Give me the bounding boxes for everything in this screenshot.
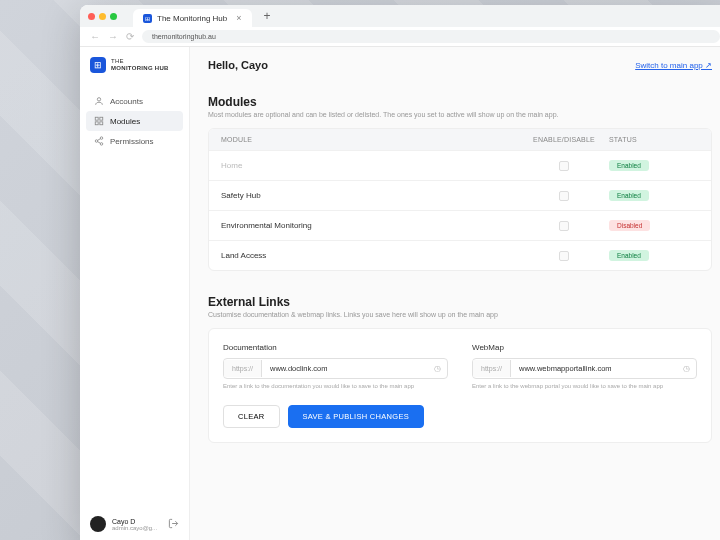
maximize-window-icon[interactable] bbox=[110, 13, 117, 20]
doc-helper: Enter a link to the documentation you wo… bbox=[223, 383, 448, 389]
sidebar-footer: Cayo D admin.cayo@g... bbox=[80, 508, 189, 540]
window-controls[interactable] bbox=[88, 13, 117, 20]
table-header: MODULE ENABLE/DISABLE STATUS bbox=[209, 129, 711, 150]
logo: ⊞ THE MONITORING HUB bbox=[80, 57, 189, 87]
table-row: Land AccessEnabled bbox=[209, 240, 711, 270]
new-tab-button[interactable]: + bbox=[258, 9, 277, 23]
back-icon[interactable]: ← bbox=[90, 31, 100, 42]
enable-cell bbox=[519, 161, 609, 171]
sidebar: ⊞ THE MONITORING HUB Accounts M bbox=[80, 47, 190, 540]
reload-icon[interactable]: ⟳ bbox=[126, 31, 134, 42]
col-enable: ENABLE/DISABLE bbox=[519, 136, 609, 143]
switch-app-link[interactable]: Switch to main app ↗ bbox=[635, 61, 712, 70]
status-badge: Disabled bbox=[609, 220, 650, 231]
clock-icon[interactable]: ◷ bbox=[428, 364, 447, 373]
modules-table: MODULE ENABLE/DISABLE STATUS HomeEnabled… bbox=[208, 128, 712, 271]
webmap-label: WebMap bbox=[472, 343, 697, 352]
header-row: Hello, Cayo Switch to main app ↗ bbox=[208, 59, 712, 71]
col-status: STATUS bbox=[609, 136, 699, 143]
user-icon bbox=[94, 96, 104, 106]
logo-icon: ⊞ bbox=[90, 57, 106, 73]
logo-text: THE MONITORING HUB bbox=[111, 58, 169, 72]
module-name: Home bbox=[221, 161, 519, 170]
clear-button[interactable]: CLEAR bbox=[223, 405, 280, 428]
favicon-icon: ⊞ bbox=[143, 14, 152, 23]
doc-input[interactable] bbox=[262, 359, 428, 378]
sidebar-item-accounts[interactable]: Accounts bbox=[86, 91, 183, 111]
checkbox[interactable] bbox=[559, 251, 569, 261]
status-cell: Enabled bbox=[609, 160, 699, 171]
browser-window: ⊞ The Monitoring Hub × + ← → ⟳ themonito… bbox=[80, 5, 720, 540]
user-info: Cayo D admin.cayo@g... bbox=[112, 518, 162, 531]
close-tab-icon[interactable]: × bbox=[236, 13, 241, 23]
module-name: Land Access bbox=[221, 251, 519, 260]
doc-input-wrap: https:// ◷ bbox=[223, 358, 448, 379]
status-cell: Enabled bbox=[609, 190, 699, 201]
svg-line-9 bbox=[98, 142, 101, 144]
checkbox[interactable] bbox=[559, 221, 569, 231]
forward-icon[interactable]: → bbox=[108, 31, 118, 42]
close-window-icon[interactable] bbox=[88, 13, 95, 20]
webmap-input[interactable] bbox=[511, 359, 677, 378]
url-bar: ← → ⟳ themonitoringhub.au bbox=[80, 27, 720, 47]
browser-tab[interactable]: ⊞ The Monitoring Hub × bbox=[133, 9, 252, 27]
status-badge: Enabled bbox=[609, 160, 649, 171]
svg-line-8 bbox=[98, 139, 101, 141]
svg-rect-3 bbox=[95, 122, 98, 125]
address-bar[interactable]: themonitoringhub.au bbox=[142, 30, 720, 43]
avatar[interactable] bbox=[90, 516, 106, 532]
external-title: External Links bbox=[208, 295, 712, 309]
svg-point-7 bbox=[100, 143, 103, 146]
status-cell: Enabled bbox=[609, 250, 699, 261]
table-row: Safety HubEnabled bbox=[209, 180, 711, 210]
table-row: Environmental MonitoringDisabled bbox=[209, 210, 711, 240]
sidebar-item-label: Permissions bbox=[110, 137, 154, 146]
webmap-protocol: https:// bbox=[473, 360, 511, 377]
enable-cell bbox=[519, 251, 609, 261]
checkbox[interactable] bbox=[559, 191, 569, 201]
clock-icon[interactable]: ◷ bbox=[677, 364, 696, 373]
share-icon bbox=[94, 136, 104, 146]
svg-point-0 bbox=[97, 98, 100, 101]
tab-bar: ⊞ The Monitoring Hub × + bbox=[80, 5, 720, 27]
grid-icon bbox=[94, 116, 104, 126]
doc-column: Documentation https:// ◷ Enter a link to… bbox=[223, 343, 448, 389]
tab-title: The Monitoring Hub bbox=[157, 14, 227, 23]
modules-title: Modules bbox=[208, 95, 712, 109]
sidebar-item-permissions[interactable]: Permissions bbox=[86, 131, 183, 151]
logout-icon[interactable] bbox=[168, 518, 179, 531]
modules-subtitle: Most modules are optional and can be lis… bbox=[208, 111, 712, 118]
svg-point-5 bbox=[100, 137, 103, 140]
col-module: MODULE bbox=[221, 136, 519, 143]
button-row: CLEAR SAVE & PUBLISH CHANGES bbox=[223, 405, 697, 428]
status-badge: Enabled bbox=[609, 250, 649, 261]
svg-rect-2 bbox=[100, 117, 103, 120]
webmap-input-wrap: https:// ◷ bbox=[472, 358, 697, 379]
save-publish-button[interactable]: SAVE & PUBLISH CHANGES bbox=[288, 405, 425, 428]
sidebar-item-label: Accounts bbox=[110, 97, 143, 106]
sidebar-item-label: Modules bbox=[110, 117, 140, 126]
checkbox[interactable] bbox=[559, 161, 569, 171]
greeting: Hello, Cayo bbox=[208, 59, 268, 71]
module-name: Environmental Monitoring bbox=[221, 221, 519, 230]
enable-cell bbox=[519, 191, 609, 201]
webmap-helper: Enter a link to the webmap portal you wo… bbox=[472, 383, 697, 389]
sidebar-item-modules[interactable]: Modules bbox=[86, 111, 183, 131]
main-content: Hello, Cayo Switch to main app ↗ Modules… bbox=[190, 47, 720, 540]
status-badge: Enabled bbox=[609, 190, 649, 201]
table-row: HomeEnabled bbox=[209, 150, 711, 180]
minimize-window-icon[interactable] bbox=[99, 13, 106, 20]
user-email: admin.cayo@g... bbox=[112, 525, 162, 531]
module-name: Safety Hub bbox=[221, 191, 519, 200]
svg-rect-4 bbox=[100, 122, 103, 125]
doc-label: Documentation bbox=[223, 343, 448, 352]
enable-cell bbox=[519, 221, 609, 231]
status-cell: Disabled bbox=[609, 220, 699, 231]
sidebar-nav: Accounts Modules Permissions bbox=[80, 87, 189, 155]
svg-rect-1 bbox=[95, 117, 98, 120]
svg-point-6 bbox=[95, 140, 98, 143]
external-subtitle: Customise documentation & webmap links. … bbox=[208, 311, 712, 318]
app-shell: ⊞ THE MONITORING HUB Accounts M bbox=[80, 47, 720, 540]
webmap-column: WebMap https:// ◷ Enter a link to the we… bbox=[472, 343, 697, 389]
doc-protocol: https:// bbox=[224, 360, 262, 377]
